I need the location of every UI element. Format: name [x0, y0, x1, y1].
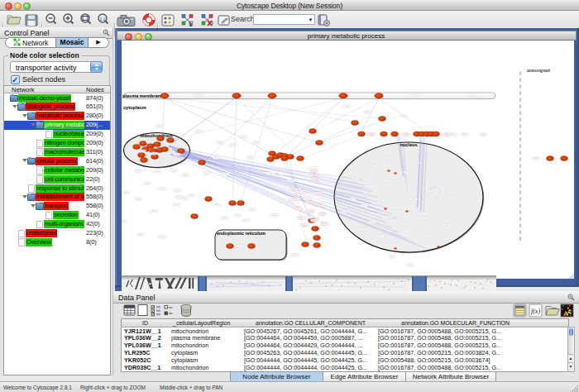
- svg-text:nucleus: nucleus: [400, 142, 417, 147]
- svg-text:mitochondrion: mitochondrion: [140, 132, 173, 137]
- svg-text:f(x): f(x): [531, 308, 540, 315]
- svg-text:cytoplasm: cytoplasm: [123, 104, 146, 109]
- svg-text:plasma membrane: plasma membrane: [122, 93, 163, 98]
- svg-text:unassigned: unassigned: [527, 67, 550, 72]
- svg-text:1:1: 1:1: [100, 17, 106, 22]
- svg-text:endoplasmic reticulum: endoplasmic reticulum: [217, 231, 266, 236]
